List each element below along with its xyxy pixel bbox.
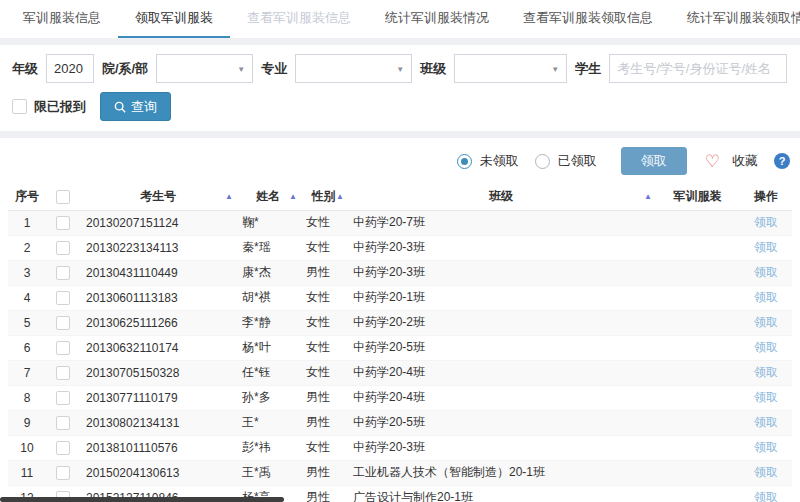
row-checkbox[interactable] xyxy=(56,441,70,455)
student-label: 学生 xyxy=(575,60,601,78)
exam-number: 20150204130613 xyxy=(80,460,236,485)
row-index: 2 xyxy=(8,235,46,260)
row-checkbox[interactable] xyxy=(56,266,70,280)
row-checkbox[interactable] xyxy=(56,291,70,305)
tab-view-uniform-info[interactable]: 查看军训服装信息 xyxy=(230,0,368,38)
exam-number: 20130223134113 xyxy=(80,235,236,260)
heart-icon[interactable]: ♡ xyxy=(705,153,720,170)
class-label: 班级 xyxy=(420,60,446,78)
chevron-down-icon: ▼ xyxy=(551,64,559,73)
row-checkbox[interactable] xyxy=(56,316,70,330)
major-select[interactable]: ▼ xyxy=(295,54,412,83)
row-index: 1 xyxy=(8,210,46,235)
gender: 女性 xyxy=(300,285,347,310)
row-index: 3 xyxy=(8,260,46,285)
row-checkbox[interactable] xyxy=(56,466,70,480)
registered-only-checkbox[interactable] xyxy=(12,99,27,114)
header-class[interactable]: 班级▲ xyxy=(347,183,655,210)
table-row: 6 20130632110174 杨*叶 女性 中药学20-5班 领取 xyxy=(8,335,792,360)
chevron-down-icon: ▼ xyxy=(237,64,245,73)
horizontal-scrollbar[interactable] xyxy=(0,497,284,502)
grade-label: 年级 xyxy=(12,60,38,78)
search-button-label: 查询 xyxy=(131,98,157,116)
gender: 女性 xyxy=(300,235,347,260)
claim-link[interactable]: 领取 xyxy=(754,390,778,404)
exam-number: 20130625111266 xyxy=(80,310,236,335)
uniform-size xyxy=(655,210,740,235)
sort-asc-icon[interactable]: ▲ xyxy=(336,192,344,201)
sort-asc-icon[interactable]: ▲ xyxy=(289,192,297,201)
select-all-checkbox[interactable] xyxy=(56,190,70,204)
claim-button[interactable]: 领取 xyxy=(621,147,687,175)
tab-view-claim-info[interactable]: 查看军训服装领取信息 xyxy=(506,0,670,38)
tab-claim-stats[interactable]: 统计军训服装领取情况 xyxy=(670,0,800,38)
header-action: 操作 xyxy=(740,183,792,210)
student-name: 胡*祺 xyxy=(236,285,300,310)
student-name: 秦*瑶 xyxy=(236,235,300,260)
class-name: 广告设计与制作20-1班 xyxy=(347,485,655,502)
exam-number: 20130632110174 xyxy=(80,335,236,360)
claim-link[interactable]: 领取 xyxy=(754,440,778,454)
radio-unclaimed-label: 未领取 xyxy=(480,152,519,170)
major-label: 专业 xyxy=(261,60,287,78)
header-index: 序号 xyxy=(8,183,46,210)
students-table: 序号 考生号▲ 姓名▲ 性别▲ 班级▲ 军训服装 操作 1 2013020715… xyxy=(8,183,792,502)
student-name: 彭*祎 xyxy=(236,435,300,460)
row-checkbox[interactable] xyxy=(56,216,70,230)
claim-link[interactable]: 领取 xyxy=(754,365,778,379)
search-button[interactable]: 查询 xyxy=(100,92,171,121)
claim-link[interactable]: 领取 xyxy=(754,315,778,329)
class-name: 中药学20-7班 xyxy=(347,210,655,235)
favorite-label: 收藏 xyxy=(732,152,758,170)
results-panel: 未领取 已领取 领取 ♡ 收藏 ? 序号 考生号▲ 姓名▲ 性别▲ 班级▲ 军训… xyxy=(0,138,800,502)
header-name[interactable]: 姓名▲ xyxy=(236,183,300,210)
help-icon[interactable]: ? xyxy=(774,153,790,169)
radio-claimed-label: 已领取 xyxy=(558,152,597,170)
student-search-input[interactable] xyxy=(609,54,787,83)
class-select[interactable]: ▼ xyxy=(454,54,567,83)
tab-uniform-info[interactable]: 军训服装信息 xyxy=(6,0,118,38)
filter-panel: 年级 院/系/部 ▼ 专业 ▼ 班级 ▼ 学生 限已报到 查询 xyxy=(0,45,800,131)
row-checkbox[interactable] xyxy=(56,241,70,255)
row-checkbox[interactable] xyxy=(56,366,70,380)
row-checkbox[interactable] xyxy=(56,416,70,430)
uniform-size xyxy=(655,235,740,260)
class-name: 中药学20-2班 xyxy=(347,310,655,335)
uniform-size xyxy=(655,310,740,335)
class-name: 中药学20-3班 xyxy=(347,235,655,260)
claim-link[interactable]: 领取 xyxy=(754,465,778,479)
header-gender[interactable]: 性别▲ xyxy=(300,183,347,210)
header-uniform: 军训服装 xyxy=(655,183,740,210)
radio-unclaimed[interactable] xyxy=(457,154,472,169)
uniform-size xyxy=(655,460,740,485)
table-row: 3 20130431110449 康*杰 男性 中药学20-3班 领取 xyxy=(8,260,792,285)
grade-input[interactable] xyxy=(46,54,94,83)
tab-claim-uniform[interactable]: 领取军训服装 xyxy=(118,0,230,38)
table-row: 10 20138101110576 彭*祎 女性 中药学20-3班 领取 xyxy=(8,435,792,460)
row-index: 7 xyxy=(8,360,46,385)
claim-link[interactable]: 领取 xyxy=(754,290,778,304)
row-checkbox[interactable] xyxy=(56,391,70,405)
uniform-size xyxy=(655,335,740,360)
claim-link[interactable]: 领取 xyxy=(754,415,778,429)
claim-link[interactable]: 领取 xyxy=(754,340,778,354)
table-row: 2 20130223134113 秦*瑶 女性 中药学20-3班 领取 xyxy=(8,235,792,260)
claim-link[interactable]: 领取 xyxy=(754,240,778,254)
row-index: 9 xyxy=(8,410,46,435)
registered-only-label: 限已报到 xyxy=(34,98,86,116)
gender: 男性 xyxy=(300,410,347,435)
row-checkbox[interactable] xyxy=(56,341,70,355)
radio-claimed[interactable] xyxy=(535,154,550,169)
sort-asc-icon[interactable]: ▲ xyxy=(225,192,233,201)
claim-link[interactable]: 领取 xyxy=(754,215,778,229)
sort-asc-icon[interactable]: ▲ xyxy=(644,192,652,201)
claim-link[interactable]: 领取 xyxy=(754,265,778,279)
gender: 女性 xyxy=(300,360,347,385)
uniform-size xyxy=(655,285,740,310)
department-select[interactable]: ▼ xyxy=(156,54,253,83)
student-name: 李*静 xyxy=(236,310,300,335)
claim-link[interactable]: 领取 xyxy=(754,490,778,502)
header-exam-number[interactable]: 考生号▲ xyxy=(80,183,236,210)
class-name: 中药学20-3班 xyxy=(347,435,655,460)
tab-uniform-stats[interactable]: 统计军训服装情况 xyxy=(368,0,506,38)
